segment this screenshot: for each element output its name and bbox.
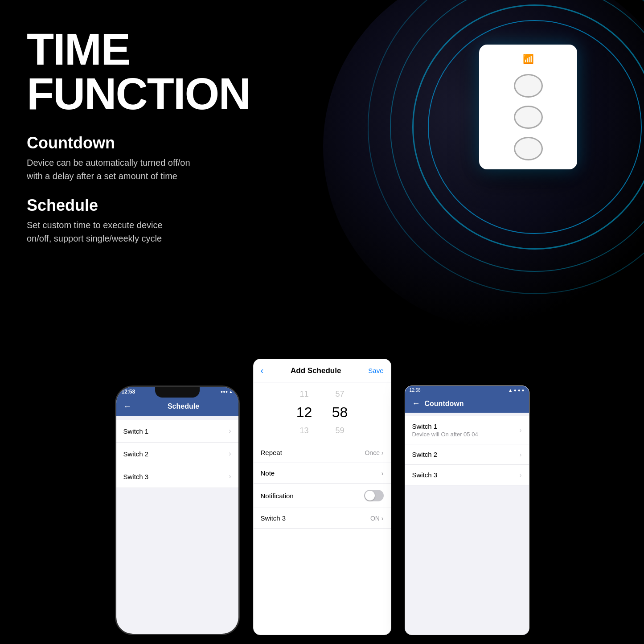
list-item-switch1[interactable]: Switch 1 › xyxy=(116,420,238,443)
countdown-switch2-name: Switch 2 xyxy=(412,451,438,458)
list-sep-top-1 xyxy=(116,416,238,420)
time-picker: 11 57 12 58 13 59 xyxy=(254,382,391,443)
schedule-header-title: Schedule xyxy=(136,402,231,410)
hero-title-line2: FUNCTION xyxy=(27,71,272,116)
feature-countdown-desc: Device can be automatically turned off/o… xyxy=(27,156,258,183)
feature-schedule-title: Schedule xyxy=(27,196,258,215)
switch1-label: Switch 1 xyxy=(123,427,149,435)
time-row-3: 13 59 xyxy=(254,423,391,438)
note-chevron: › xyxy=(381,470,384,477)
time-hour-3: 13 xyxy=(295,426,313,435)
countdown-sep-top xyxy=(405,413,529,416)
countdown-chevron-2: › xyxy=(520,451,522,458)
countdown-chevron-1: › xyxy=(520,427,522,434)
countdown-time: 12:58 xyxy=(410,388,421,393)
phone-countdown: 12:58 ▲ ● ● ● ← Countdown Switch 1 Devic… xyxy=(405,386,529,635)
switch2-label: Switch 2 xyxy=(123,450,149,458)
app-schedule-list-screen: 12:58 ●●● ▲ ← Schedule Switch 1 › Switch… xyxy=(116,387,238,634)
countdown-title: Countdown xyxy=(425,400,464,408)
schedule-phone-header: ‹ Add Schedule Save xyxy=(254,359,391,382)
countdown-body: Switch 1 Device will On after 05 04 › Sw… xyxy=(405,413,529,635)
time-hour-2: 12 xyxy=(295,404,313,421)
countdown-status-bar: 12:58 ▲ ● ● ● xyxy=(405,386,529,394)
time-min-2: 58 xyxy=(331,404,349,421)
schedule-item-note[interactable]: Note › xyxy=(254,463,391,484)
chevron-switch1: › xyxy=(229,427,231,435)
repeat-value: Once › xyxy=(365,449,383,456)
list-item-switch2[interactable]: Switch 2 › xyxy=(116,443,238,465)
feature-countdown-title: Countdown xyxy=(27,134,258,152)
phone-add-schedule: ‹ Add Schedule Save 11 57 12 58 13 59 Re… xyxy=(253,359,391,635)
chevron-switch2: › xyxy=(229,450,231,458)
time-row-2: 12 58 xyxy=(254,402,391,423)
phone-screen-1: 12:58 ●●● ▲ ← Schedule Switch 1 › Switch… xyxy=(116,387,238,634)
schedule-item-notification[interactable]: Notification xyxy=(254,484,391,508)
schedule-back-btn[interactable]: ‹ xyxy=(261,365,264,376)
countdown-header: ← Countdown xyxy=(405,394,529,413)
schedule-item-switch3[interactable]: Switch 3 ON › xyxy=(254,508,391,529)
time-hour-1: 11 xyxy=(295,390,313,399)
chevron-switch3: › xyxy=(229,472,231,480)
countdown-item-1[interactable]: Switch 1 Device will On after 05 04 › xyxy=(405,416,529,444)
back-arrow-1[interactable]: ← xyxy=(123,402,131,411)
list-item-switch3[interactable]: Switch 3 › xyxy=(116,465,238,488)
schedule-item-repeat[interactable]: Repeat Once › xyxy=(254,443,391,463)
main-content: TIME FUNCTION Countdown Device can be au… xyxy=(0,0,644,263)
phones-container: 12:58 ●●● ▲ ← Schedule Switch 1 › Switch… xyxy=(0,359,644,644)
repeat-label: Repeat xyxy=(261,449,282,456)
phone-schedule-list: 12:58 ●●● ▲ ← Schedule Switch 1 › Switch… xyxy=(115,386,240,635)
feature-countdown: Countdown Device can be automatically tu… xyxy=(27,134,258,183)
countdown-item-3[interactable]: Switch 3 › xyxy=(405,465,529,485)
countdown-chevron-3: › xyxy=(520,472,522,479)
countdown-item-1-left: Switch 1 Device will On after 05 04 xyxy=(412,422,478,438)
status-icons-1: ●●● ▲ xyxy=(221,390,233,394)
schedule-title: Add Schedule xyxy=(291,366,341,375)
notification-label: Notification xyxy=(261,492,294,500)
countdown-item-2[interactable]: Switch 2 › xyxy=(405,444,529,465)
switch3-value: ON › xyxy=(370,515,384,522)
countdown-switch3-name: Switch 3 xyxy=(412,471,438,479)
feature-schedule: Schedule Set custom time to execute devi… xyxy=(27,196,258,245)
notification-toggle[interactable] xyxy=(364,490,384,501)
switch3-label: Switch 3 xyxy=(123,473,149,480)
schedule-save-btn[interactable]: Save xyxy=(368,367,383,374)
countdown-switch1-name: Switch 1 xyxy=(412,422,478,430)
countdown-icons: ▲ ● ● ● xyxy=(508,388,524,393)
time-min-3: 59 xyxy=(331,426,349,435)
status-time-1: 12:58 xyxy=(122,389,135,395)
hero-title-line1: TIME xyxy=(27,27,272,71)
hero-title: TIME FUNCTION xyxy=(27,27,272,116)
time-min-1: 57 xyxy=(331,390,349,399)
phone-notch-1 xyxy=(155,387,200,398)
switch3-schedule-label: Switch 3 xyxy=(261,514,286,522)
note-label: Note xyxy=(261,469,275,477)
app-header-1: ← Schedule xyxy=(116,397,238,416)
time-row-1: 11 57 xyxy=(254,387,391,402)
feature-schedule-desc: Set custom time to execute deviceon/off,… xyxy=(27,218,258,245)
countdown-back-btn[interactable]: ← xyxy=(412,399,420,408)
countdown-switch1-desc: Device will On after 05 04 xyxy=(412,431,478,438)
